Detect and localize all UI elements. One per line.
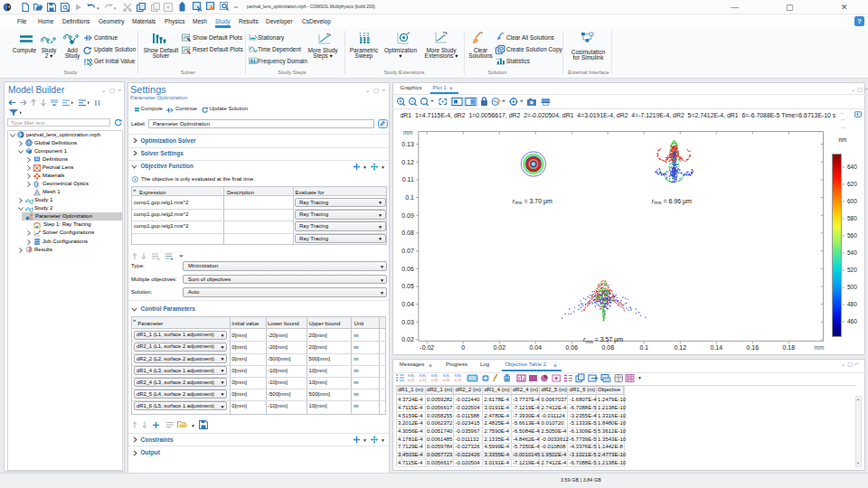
svg-text:0.1: 0.1 xyxy=(639,344,648,351)
svg-text:0.1: 0.1 xyxy=(405,194,414,201)
svg-text:0.13: 0.13 xyxy=(401,141,414,147)
svg-text:0.02: 0.02 xyxy=(401,336,414,343)
svg-text:8.85: 8.85 xyxy=(443,374,449,378)
svg-text:-0.02: -0.02 xyxy=(420,344,434,351)
svg-text:0.12: 0.12 xyxy=(401,159,414,165)
svg-text:8.85: 8.85 xyxy=(420,374,426,378)
svg-text:0.04: 0.04 xyxy=(529,344,542,351)
svg-text:520: 520 xyxy=(847,267,857,273)
svg-text:e-12: e-12 xyxy=(431,378,438,381)
svg-text:0.06: 0.06 xyxy=(565,344,578,351)
svg-text:580: 580 xyxy=(847,215,857,221)
svg-text:e-12: e-12 xyxy=(420,378,426,381)
svg-text:e-12: e-12 xyxy=(443,378,449,381)
svg-text:mm: mm xyxy=(815,344,825,351)
svg-text:0.16: 0.16 xyxy=(746,344,759,351)
svg-text:0: 0 xyxy=(461,344,465,351)
svg-text:460: 460 xyxy=(847,318,857,324)
svg-text:e-12: e-12 xyxy=(455,378,461,381)
svg-text:0.11: 0.11 xyxy=(402,176,414,183)
svg-text:0.06: 0.06 xyxy=(401,266,414,272)
svg-text:500: 500 xyxy=(847,284,857,290)
svg-text:0.12: 0.12 xyxy=(674,344,686,351)
svg-text:540: 540 xyxy=(847,249,857,256)
svg-text:0.14: 0.14 xyxy=(710,344,722,351)
svg-text:0.07: 0.07 xyxy=(401,248,414,254)
svg-text:600: 600 xyxy=(847,198,857,204)
svg-text:0.08: 0.08 xyxy=(401,230,414,236)
svg-text:560: 560 xyxy=(847,232,857,239)
svg-text:0.05: 0.05 xyxy=(401,283,414,289)
svg-text:mm: mm xyxy=(403,129,413,136)
svg-text:480: 480 xyxy=(847,301,857,307)
svg-text:e-12: e-12 xyxy=(408,378,414,381)
svg-text:1 2 3: 1 2 3 xyxy=(359,32,369,37)
svg-text:0.09: 0.09 xyxy=(401,212,414,219)
svg-text:0.18: 0.18 xyxy=(782,344,795,351)
svg-text:640: 640 xyxy=(847,164,857,170)
svg-text:8.85: 8.85 xyxy=(431,374,438,378)
svg-text:0.04: 0.04 xyxy=(401,301,414,307)
svg-text:0.03: 0.03 xyxy=(401,319,414,325)
svg-text:8.85: 8.85 xyxy=(455,374,461,378)
svg-text:0.02: 0.02 xyxy=(493,344,505,351)
svg-text:0.08: 0.08 xyxy=(601,344,614,351)
svg-text:620: 620 xyxy=(847,181,857,187)
svg-text:8.85: 8.85 xyxy=(408,374,414,378)
